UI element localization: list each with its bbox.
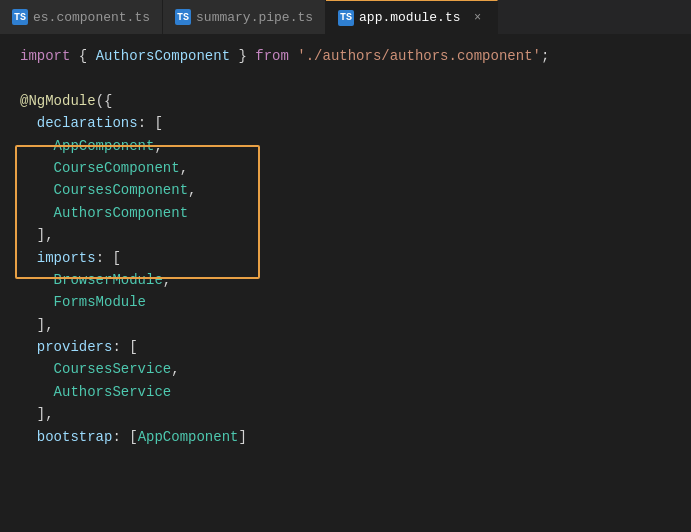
code-line-authors-service: AuthorsService bbox=[0, 381, 691, 403]
token-declarations: declarations bbox=[37, 112, 138, 134]
token-courses-service: CoursesService bbox=[54, 358, 172, 380]
code-line-providers-open: providers : [ bbox=[0, 336, 691, 358]
code-line-ngmodule: @NgModule ({ bbox=[0, 90, 691, 112]
token-import: import bbox=[20, 45, 70, 67]
tab-label: summary.pipe.ts bbox=[196, 10, 313, 25]
token-browser-module: BrowserModule bbox=[54, 269, 163, 291]
ts-icon: TS bbox=[12, 9, 28, 25]
tab-label: es.component.ts bbox=[33, 10, 150, 25]
token-authors-component-decl: AuthorsComponent bbox=[54, 202, 188, 224]
code-line-courses-service: CoursesService , bbox=[0, 358, 691, 380]
token-from: from bbox=[255, 45, 289, 67]
code-line-forms-module: FormsModule bbox=[0, 291, 691, 313]
code-editor: import { AuthorsComponent } from './auth… bbox=[0, 35, 691, 458]
code-line-course-component: CourseComponent , bbox=[0, 157, 691, 179]
token-imports: imports bbox=[37, 247, 96, 269]
code-line-declarations-close: ], bbox=[0, 224, 691, 246]
token-app-component: AppComponent bbox=[54, 135, 155, 157]
token-authors-service: AuthorsService bbox=[54, 381, 172, 403]
ts-icon: TS bbox=[338, 10, 354, 26]
code-line-bootstrap: bootstrap : [ AppComponent ] bbox=[0, 426, 691, 448]
code-line-imports-open: imports : [ bbox=[0, 247, 691, 269]
token-bootstrap-app-component: AppComponent bbox=[138, 426, 239, 448]
token-courses-component: CoursesComponent bbox=[54, 179, 188, 201]
token-forms-module: FormsModule bbox=[54, 291, 146, 313]
code-line-browser-module: BrowserModule , bbox=[0, 269, 691, 291]
token-decorator: @NgModule bbox=[20, 90, 96, 112]
code-line-courses-component: CoursesComponent , bbox=[0, 179, 691, 201]
token-course-component: CourseComponent bbox=[54, 157, 180, 179]
tab-app-module[interactable]: TS app.module.ts × bbox=[326, 0, 498, 34]
editor-area: import { AuthorsComponent } from './auth… bbox=[0, 35, 691, 458]
tab-close-button[interactable]: × bbox=[469, 10, 485, 26]
code-line-blank bbox=[0, 67, 691, 89]
code-line-providers-close: ], bbox=[0, 403, 691, 425]
code-line-imports-close: ], bbox=[0, 314, 691, 336]
token-path: './authors/authors.component' bbox=[289, 45, 541, 67]
token-authors-component: AuthorsComponent bbox=[96, 45, 230, 67]
tab-authors-component[interactable]: TS es.component.ts bbox=[0, 0, 163, 34]
ts-icon: TS bbox=[175, 9, 191, 25]
tab-bar: TS es.component.ts TS summary.pipe.ts TS… bbox=[0, 0, 691, 35]
tab-label: app.module.ts bbox=[359, 10, 460, 25]
tab-summary-pipe[interactable]: TS summary.pipe.ts bbox=[163, 0, 326, 34]
token-bootstrap: bootstrap bbox=[37, 426, 113, 448]
code-line-import: import { AuthorsComponent } from './auth… bbox=[0, 45, 691, 67]
code-line-authors-component: AuthorsComponent bbox=[0, 202, 691, 224]
token-providers: providers bbox=[37, 336, 113, 358]
code-line-declarations-open: declarations : [ bbox=[0, 112, 691, 134]
code-line-app-component: AppComponent , bbox=[0, 135, 691, 157]
